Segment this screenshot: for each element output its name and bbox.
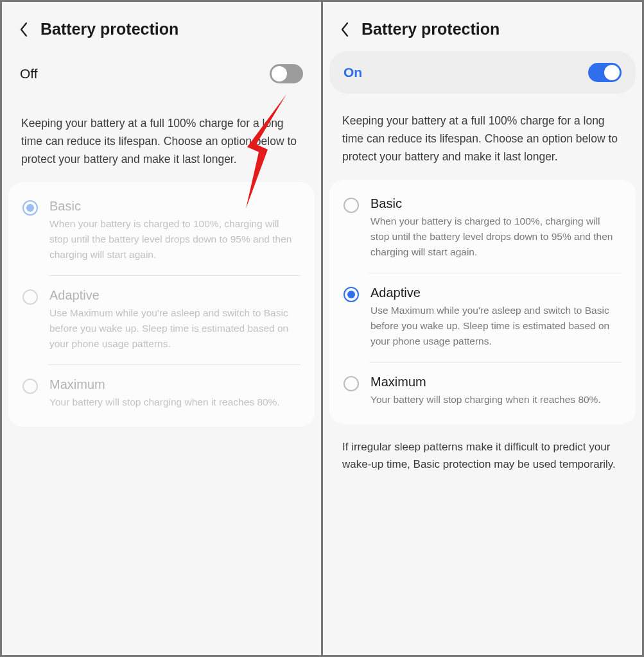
radio-adaptive[interactable] — [344, 287, 359, 302]
option-maximum[interactable]: Maximum Your battery will stop charging … — [329, 362, 636, 420]
option-body: Adaptive Use Maximum while you're asleep… — [49, 288, 300, 352]
toggle-label: On — [344, 65, 362, 80]
description-text: Keeping your battery at a full 100% char… — [323, 101, 642, 180]
option-sub: Your battery will stop charging when it … — [370, 392, 622, 407]
description-text: Keeping your battery at a full 100% char… — [2, 104, 321, 182]
option-body: Basic When your battery is charged to 10… — [370, 196, 622, 260]
radio-basic — [22, 200, 38, 216]
option-adaptive[interactable]: Adaptive Use Maximum while you're asleep… — [329, 273, 636, 362]
back-icon[interactable] — [17, 23, 30, 36]
option-title: Basic — [49, 199, 300, 214]
option-sub: Use Maximum while you're asleep and swit… — [49, 305, 300, 352]
option-title: Basic — [370, 196, 622, 211]
option-body: Adaptive Use Maximum while you're asleep… — [370, 286, 622, 349]
header: Battery protection — [2, 2, 321, 51]
option-body: Basic When your battery is charged to 10… — [49, 199, 300, 262]
option-title: Adaptive — [49, 288, 300, 303]
option-basic: Basic When your battery is charged to 10… — [8, 186, 315, 275]
page-title: Battery protection — [40, 20, 178, 38]
back-icon[interactable] — [338, 23, 351, 36]
pane-right: Battery protection On Keeping your batte… — [323, 2, 642, 655]
option-title: Adaptive — [370, 286, 622, 300]
option-adaptive: Adaptive Use Maximum while you're asleep… — [8, 275, 315, 364]
option-maximum: Maximum Your battery will stop charging … — [8, 364, 315, 423]
toggle-switch-off[interactable] — [270, 64, 303, 83]
option-body: Maximum Your battery will stop charging … — [49, 377, 300, 410]
header: Battery protection — [323, 2, 642, 51]
toggle-switch-on[interactable] — [588, 63, 622, 82]
toggle-knob — [604, 65, 620, 80]
option-body: Maximum Your battery will stop charging … — [370, 375, 622, 407]
toggle-label: Off — [20, 66, 38, 81]
footnote-text: If irregular sleep patterns make it diff… — [323, 424, 642, 487]
radio-maximum[interactable] — [344, 376, 359, 391]
toggle-knob — [272, 66, 287, 81]
option-sub: When your battery is charged to 100%, ch… — [49, 216, 300, 262]
option-sub: Use Maximum while you're asleep and swit… — [370, 303, 622, 349]
master-toggle-row[interactable]: On — [329, 51, 636, 94]
pane-left: Battery protection Off Keeping your batt… — [2, 2, 321, 655]
option-sub: Your battery will stop charging when it … — [49, 395, 300, 410]
option-title: Maximum — [370, 375, 622, 389]
radio-adaptive — [22, 289, 38, 305]
options-list: Basic When your battery is charged to 10… — [329, 180, 636, 424]
page-title: Battery protection — [361, 20, 500, 38]
option-sub: When your battery is charged to 100%, ch… — [370, 214, 622, 260]
radio-maximum — [22, 379, 38, 394]
radio-basic[interactable] — [344, 198, 359, 213]
option-title: Maximum — [49, 377, 300, 392]
options-list: Basic When your battery is charged to 10… — [8, 182, 315, 427]
option-basic[interactable]: Basic When your battery is charged to 10… — [329, 183, 636, 273]
master-toggle-row[interactable]: Off — [2, 51, 321, 96]
